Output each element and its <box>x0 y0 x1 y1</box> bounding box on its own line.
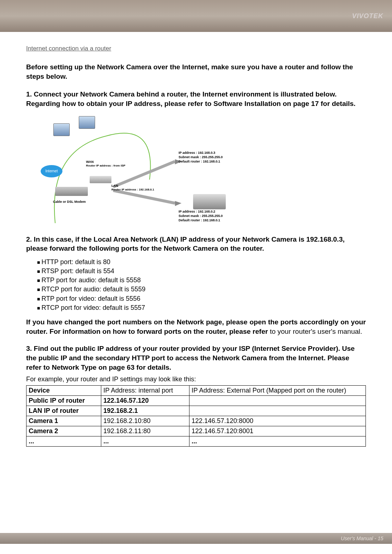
camera-ip: IP address : 192.168.0.3 <box>179 151 223 155</box>
table-cell <box>189 396 366 406</box>
svg-marker-1 <box>175 201 181 206</box>
table-row: Camera 1 192.168.2.10:80 122.146.57.120:… <box>26 416 366 426</box>
table-header: IP Address: internal port <box>101 386 189 396</box>
table-cell: ... <box>101 436 189 447</box>
intro-text: Before setting up the Network Camera ove… <box>26 62 366 81</box>
table-cell: 122.146.57.120:8001 <box>189 426 366 436</box>
table-row: ... ... ... <box>26 436 366 447</box>
step-2: 2. In this case, if the Local Area Netwo… <box>26 235 366 253</box>
table-row: LAN IP of router 192.168.2.1 <box>26 406 366 416</box>
table-cell: Public IP of router <box>26 396 101 406</box>
table-header: Device <box>26 386 101 396</box>
laptop-info: IP address : 192.168.0.2 Subnet mask : 2… <box>179 209 223 222</box>
list-item: RTSP port: default is 554 <box>37 267 366 276</box>
modem-icon <box>55 187 88 196</box>
footer-text: User's Manual - 15 <box>341 535 383 541</box>
table-cell: 122.146.57.120:8000 <box>189 416 366 426</box>
table-cell: Camera 2 <box>26 426 101 436</box>
modem-label: Cable or DSL Modem <box>53 200 86 204</box>
table-cell: ... <box>26 436 101 447</box>
computers-icon <box>53 116 104 141</box>
wan-ip-label: Router IP address : from ISP <box>86 164 125 167</box>
router-icon <box>90 176 111 183</box>
list-item: RTP port for video: default is 5556 <box>37 294 366 303</box>
camera-info: IP address : 192.168.0.3 Subnet mask : 2… <box>179 151 223 164</box>
table-header: IP Address: External Port (Mapped port o… <box>189 386 366 396</box>
note-plain: to your router's user's manual. <box>268 328 362 335</box>
table-caption: For example, your router and IP settings… <box>26 376 366 383</box>
laptop-gw: Default router : 192.168.0.1 <box>179 218 223 222</box>
table-cell: 122.146.57.120 <box>101 396 189 406</box>
list-item: RTCP port for audio: default is 5559 <box>37 285 366 294</box>
laptop-ip: IP address : 192.168.0.2 <box>179 209 223 214</box>
ip-settings-table: Device IP Address: internal port IP Addr… <box>26 385 366 447</box>
list-item: HTTP port: default is 80 <box>37 258 366 267</box>
step-1: 1. Connect your Network Camera behind a … <box>26 90 366 108</box>
header-bar: VIVOTEK <box>0 0 392 32</box>
table-row: Device IP Address: internal port IP Addr… <box>26 386 366 396</box>
table-cell: LAN IP of router <box>26 406 101 416</box>
lan-label: LAN <box>111 184 118 188</box>
wan-label: WAN <box>86 160 94 164</box>
port-note: If you have changed the port numbers on … <box>26 317 366 336</box>
table-cell: Camera 1 <box>26 416 101 426</box>
footer-bar: User's Manual - 15 <box>0 533 392 544</box>
page-content: Internet connection via a router Before … <box>0 32 392 447</box>
laptop-mask: Subnet mask : 255.255.255.0 <box>179 214 223 218</box>
table-cell <box>189 406 366 416</box>
network-diagram: Internet Cable or DSL Modem WAN Router I… <box>26 114 366 230</box>
table-row: Camera 2 192.168.2.11:80 122.146.57.120:… <box>26 426 366 436</box>
table-cell: 192.168.2.11:80 <box>101 426 189 436</box>
internet-cloud-icon: Internet <box>41 165 62 177</box>
table-cell: 192.168.2.1 <box>101 406 189 416</box>
laptop-icon <box>193 194 226 209</box>
port-list: HTTP port: default is 80 RTSP port: defa… <box>37 258 366 312</box>
lan-ip-label: Router IP address : 192.168.0.1 <box>111 188 154 191</box>
table-cell: ... <box>189 436 366 447</box>
section-title: Internet connection via a router <box>26 45 366 52</box>
list-item: RTP port for audio: default is 5558 <box>37 276 366 285</box>
list-item: RTCP port for video: default is 5557 <box>37 303 366 312</box>
camera-gw: Default router : 192.168.0.1 <box>179 159 223 164</box>
table-cell: 192.168.2.10:80 <box>101 416 189 426</box>
table-row: Public IP of router 122.146.57.120 <box>26 396 366 406</box>
camera-mask: Subnet mask : 255.255.255.0 <box>179 155 223 159</box>
step-3: 3. Find out the public IP address of you… <box>26 344 366 372</box>
brand-logo: VIVOTEK <box>352 12 383 20</box>
